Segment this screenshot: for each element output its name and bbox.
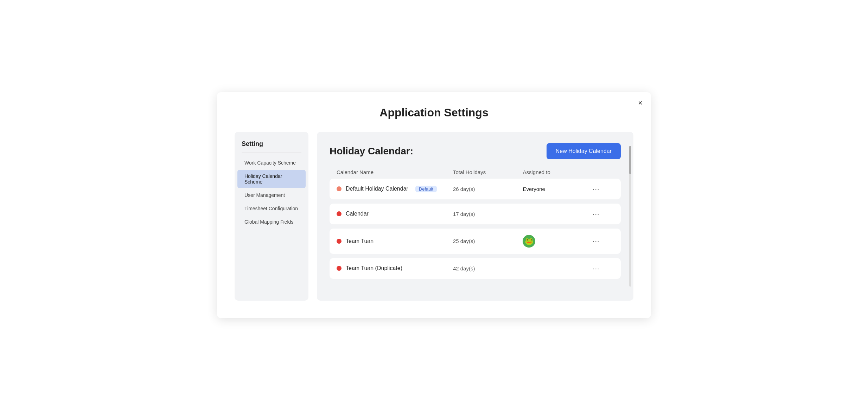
sidebar: Setting Work Capacity Scheme Holiday Cal… [235,132,308,301]
application-settings-modal: × Application Settings Setting Work Capa… [217,92,651,318]
more-button[interactable]: ··· [593,264,600,273]
status-dot [337,239,342,244]
assigned-to: 🐸 [523,235,593,248]
status-dot [337,266,342,271]
table-row: Default Holiday Calendar Default 26 day(… [330,179,621,199]
status-dot [337,186,342,191]
calendar-name: Team Tuan [346,238,374,244]
calendar-name-cell: Default Holiday Calendar Default [337,186,453,192]
table-row: Calendar 17 day(s) ··· [330,204,621,224]
more-button[interactable]: ··· [593,237,600,245]
close-button[interactable]: × [638,99,643,107]
sidebar-divider [242,153,301,153]
more-actions-cell: ··· [593,210,614,218]
more-actions-cell: ··· [593,237,614,245]
default-badge: Default [415,186,437,192]
table-header: Calendar Name Total Holidays Assigned to [330,169,621,179]
calendar-name: Default Holiday Calendar [346,186,408,192]
sidebar-item-timesheet-config[interactable]: Timesheet Configuration [237,202,306,215]
assigned-to: Everyone [523,186,593,192]
scrollbar-thumb [629,146,631,174]
total-holidays: 26 day(s) [453,186,523,192]
more-actions-cell: ··· [593,264,614,273]
calendar-name: Calendar [346,211,369,217]
table-row: Team Tuan 25 day(s) 🐸 ··· [330,229,621,254]
table-row: Team Tuan (Duplicate) 42 day(s) ··· [330,258,621,279]
more-button[interactable]: ··· [593,210,600,218]
calendar-name-cell: Team Tuan (Duplicate) [337,265,453,271]
sidebar-item-user-management[interactable]: User Management [237,189,306,201]
calendar-name: Team Tuan (Duplicate) [346,265,402,271]
total-holidays: 25 day(s) [453,238,523,244]
calendar-name-cell: Calendar [337,211,453,217]
avatar: 🐸 [523,235,535,248]
more-button[interactable]: ··· [593,185,600,193]
col-actions [593,169,614,175]
sidebar-item-work-capacity[interactable]: Work Capacity Scheme [237,156,306,169]
col-name: Calendar Name [337,169,453,175]
content-title: Holiday Calendar: [330,146,413,157]
sidebar-item-holiday-calendar[interactable]: Holiday Calendar Scheme [237,170,306,188]
sidebar-item-global-mapping[interactable]: Global Mapping Fields [237,216,306,228]
content-header: Holiday Calendar: New Holiday Calendar [330,143,621,159]
total-holidays: 42 day(s) [453,265,523,271]
status-dot [337,211,342,216]
modal-title: Application Settings [235,106,633,119]
sidebar-heading: Setting [235,140,308,153]
new-holiday-calendar-button[interactable]: New Holiday Calendar [547,143,621,159]
calendar-name-cell: Team Tuan [337,238,453,244]
scrollbar-track[interactable] [629,146,631,287]
total-holidays: 17 day(s) [453,211,523,217]
col-total: Total Holidays [453,169,523,175]
more-actions-cell: ··· [593,185,614,193]
col-assigned: Assigned to [523,169,593,175]
modal-body: Setting Work Capacity Scheme Holiday Cal… [235,132,633,301]
main-content: Holiday Calendar: New Holiday Calendar C… [317,132,633,301]
